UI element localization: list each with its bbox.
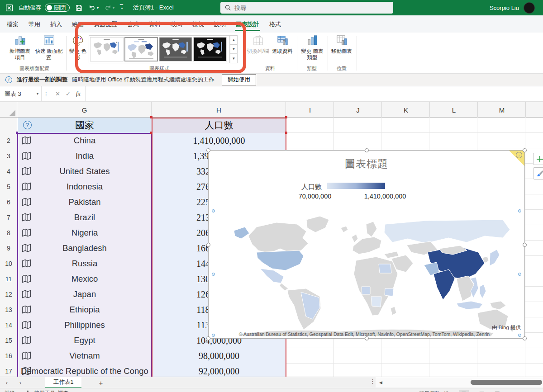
population-cell[interactable]: 1,410,000,000 [152, 133, 286, 148]
formula-input[interactable] [86, 86, 543, 101]
row-number[interactable]: 3 [0, 148, 17, 164]
column-header[interactable]: G [18, 102, 152, 118]
row-number[interactable]: 14 [0, 317, 17, 333]
column-header[interactable]: K [382, 102, 430, 118]
map-plot-area[interactable] [213, 211, 521, 337]
country-cell[interactable]: Japan [18, 287, 152, 302]
column-header[interactable]: L [430, 102, 478, 118]
cancel-icon[interactable]: ✕ [55, 90, 60, 97]
plot-handle[interactable] [212, 334, 215, 337]
ribbon-tab[interactable]: 插入 [45, 17, 67, 33]
plot-handle[interactable] [212, 209, 215, 213]
row-number[interactable]: 16 [0, 348, 17, 364]
population-cell[interactable]: 92,000,000 [152, 364, 286, 377]
country-cell[interactable]: Ethiopia [18, 302, 152, 317]
autosave-toggle[interactable]: 關閉 [45, 4, 70, 12]
country-cell[interactable]: India [18, 148, 152, 164]
plot-handle[interactable] [518, 209, 521, 213]
sheet-prev-icon[interactable]: ‹ [0, 379, 14, 386]
chart-elements-button[interactable] [533, 153, 543, 165]
plot-handle[interactable] [518, 334, 521, 337]
row-number[interactable]: 7 [0, 210, 17, 225]
scrollbar-splitter[interactable]: ⋮ [370, 378, 376, 385]
resize-handle[interactable] [365, 336, 369, 340]
name-box[interactable]: 圖表 3 ▾ [0, 86, 42, 101]
row-number[interactable]: 5 [0, 179, 17, 194]
name-box-caret-icon[interactable]: ▾ [37, 92, 38, 96]
country-cell[interactable]: China [18, 133, 152, 148]
column-header[interactable]: M [478, 102, 526, 118]
legend-series-label[interactable]: 人口數 [281, 183, 322, 191]
insert-function-icon[interactable]: fx [76, 90, 81, 98]
resize-handle[interactable] [365, 148, 369, 152]
column-header[interactable]: H [152, 102, 286, 118]
gallery-scroll-down-icon[interactable]: ▼ [230, 45, 238, 54]
ribbon-tab[interactable]: 常用 [24, 17, 45, 33]
search-input[interactable] [234, 5, 389, 11]
resize-handle[interactable] [206, 243, 210, 247]
zoom-out-icon[interactable]: — [510, 390, 516, 392]
ribbon-tab[interactable]: 公式 [122, 17, 144, 33]
change-chart-type-button[interactable]: 變更 圖表類型 [300, 34, 325, 67]
ribbon-tab[interactable]: 檢視 [187, 17, 209, 33]
country-cell[interactable]: Bangladesh [18, 241, 152, 256]
chart-style-thumbnail-3[interactable] [159, 37, 192, 61]
row-number[interactable]: 10 [0, 256, 17, 271]
row-number[interactable]: 6 [0, 194, 17, 210]
normal-view-icon[interactable]: ⊞ [459, 390, 469, 392]
search-bar[interactable] [220, 2, 393, 14]
row-number[interactable]: 13 [0, 302, 17, 317]
resize-handle[interactable] [206, 148, 210, 152]
ribbon-tab[interactable]: 資料 [144, 17, 166, 33]
chart-style-thumbnail-2[interactable] [124, 37, 158, 61]
page-break-view-icon[interactable]: ▤ [495, 390, 500, 392]
sheet-tab-active[interactable]: 工作表1 [45, 377, 81, 388]
select-all-corner[interactable] [0, 102, 17, 118]
header-cell-country[interactable]: ? 國家 [18, 118, 152, 133]
move-chart-button[interactable]: 移動圖表 [329, 34, 354, 67]
save-icon[interactable] [75, 4, 83, 12]
country-cell[interactable]: Indonesia [18, 179, 152, 194]
ribbon-tab[interactable]: 格式 [264, 17, 286, 33]
row-number[interactable]: 15 [0, 333, 17, 348]
resize-handle[interactable] [206, 336, 210, 340]
map-chart[interactable]: 圖表標題 人口數 70,000,000 1,410,000,000 [208, 150, 525, 339]
scrollbar-thumb[interactable] [471, 380, 542, 385]
enter-icon[interactable]: ✓ [66, 90, 71, 97]
plot-handle[interactable] [518, 273, 521, 276]
ribbon-tab[interactable]: 圖表設計 [231, 17, 264, 33]
country-cell[interactable]: Nigeria [18, 225, 152, 241]
country-cell[interactable]: Mexico [18, 271, 152, 287]
horizontal-scrollbar[interactable]: ◀ [376, 377, 543, 387]
gallery-more-icon[interactable]: ▼ [230, 54, 238, 63]
plot-handle[interactable] [212, 273, 215, 276]
ribbon-tab[interactable]: 檔案 [2, 17, 24, 33]
resize-handle[interactable] [523, 336, 527, 340]
column-header[interactable]: J [334, 102, 382, 118]
country-cell[interactable]: Vietnam [18, 348, 152, 364]
add-chart-element-button[interactable]: 新增圖表 項目 [6, 34, 33, 67]
chart-title[interactable]: 圖表標題 [209, 157, 524, 171]
ribbon-tab[interactable]: 說明 [209, 17, 231, 33]
formula-bar-handle[interactable]: ⋮ [42, 86, 51, 101]
scroll-left-icon[interactable]: ◀ [379, 380, 382, 385]
resize-handle[interactable] [523, 148, 527, 152]
excel-logo-icon[interactable] [5, 4, 13, 12]
row-number[interactable]: 4 [0, 164, 17, 179]
country-cell[interactable]: Brazil [18, 210, 152, 225]
country-cell[interactable]: Philippines [18, 317, 152, 333]
add-sheet-icon[interactable]: + [99, 379, 103, 387]
undo-button[interactable]: ▾ [88, 4, 99, 12]
row-number[interactable]: 9 [0, 241, 17, 256]
population-cell[interactable]: 98,000,000 [152, 348, 286, 364]
header-cell-population[interactable]: 人口數 [152, 118, 286, 133]
chart-style-thumbnail-1[interactable] [90, 37, 124, 61]
get-started-button[interactable]: 開始使用 [222, 74, 256, 85]
row-number[interactable]: 11 [0, 271, 17, 287]
ribbon-tab[interactable]: 繪圖 [67, 17, 89, 33]
country-cell[interactable]: Russia [18, 256, 152, 271]
chart-info-icon[interactable]: i [516, 152, 522, 158]
ribbon-tab[interactable]: 頁面配置 [89, 17, 122, 33]
page-layout-view-icon[interactable]: ▣ [479, 390, 484, 392]
chart-styles-button[interactable] [533, 167, 543, 179]
